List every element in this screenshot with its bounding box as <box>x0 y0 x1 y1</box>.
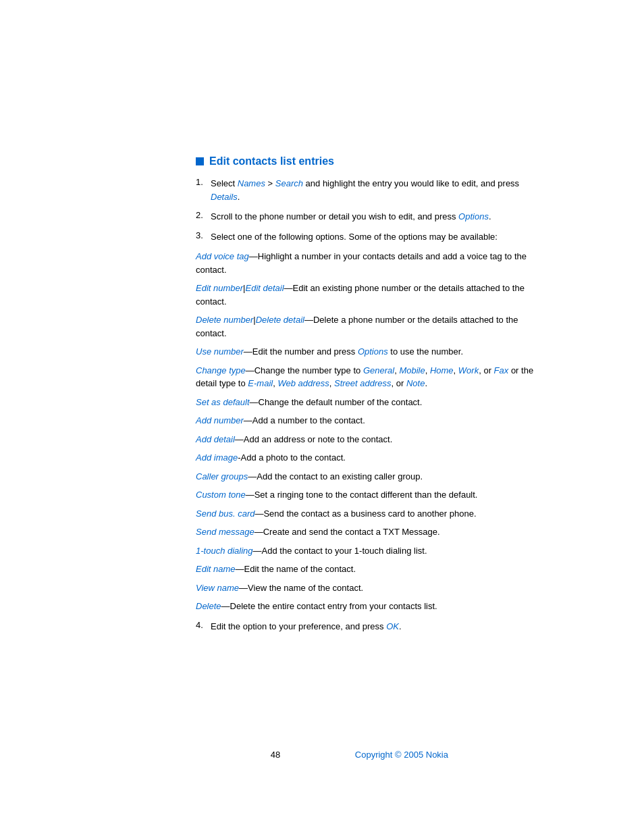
section-icon <box>196 157 204 165</box>
option-add-number: Add number—Add a number to the contact. <box>196 414 547 427</box>
numbered-list-step4: 4. Edit the option to your preference, a… <box>196 620 547 633</box>
option-name-add-number: Add number <box>196 415 244 425</box>
option-name-add-image: Add image <box>196 452 238 463</box>
option-set-as-default: Set as default—Change the default number… <box>196 396 547 409</box>
option-name-send-message: Send message <box>196 527 254 537</box>
options-list: Add voice tag—Highlight a number in your… <box>196 250 547 613</box>
footer: 48 Copyright © 2005 Nokia <box>0 750 644 760</box>
link-options-2: Options <box>458 211 489 221</box>
option-add-detail: Add detail—Add an address or note to the… <box>196 433 547 446</box>
page: Edit contacts list entries 1. Select Nam… <box>0 0 644 834</box>
option-name-delete-detail: Delete detail <box>256 315 304 325</box>
section-heading: Edit contacts list entries <box>196 155 547 167</box>
step-2: 2. Scroll to the phone number or detail … <box>196 210 547 224</box>
step-1-content: Select Names > Search and highlight the … <box>211 177 547 203</box>
option-name-delete: Delete <box>196 601 221 611</box>
option-name-view-name: View name <box>196 583 239 593</box>
step-4-content: Edit the option to your preference, and … <box>211 620 402 633</box>
option-view-name: View name—View the name of the contact. <box>196 581 547 595</box>
step-3: 3. Select one of the following options. … <box>196 230 547 244</box>
section-title: Edit contacts list entries <box>209 155 334 167</box>
option-name-add-detail: Add detail <box>196 434 235 444</box>
option-custom-tone: Custom tone—Set a ringing tone to the co… <box>196 488 547 502</box>
step-3-number: 3. <box>196 230 208 244</box>
option-delete-number: Delete number|Delete detail—Delete a pho… <box>196 313 547 340</box>
link-home: Home <box>430 365 454 375</box>
option-name-caller-groups: Caller groups <box>196 471 248 481</box>
option-name-custom-tone: Custom tone <box>196 490 246 500</box>
link-work: Work <box>458 365 479 375</box>
link-details: Details <box>211 192 238 202</box>
content-area: Edit contacts list entries 1. Select Nam… <box>196 155 547 640</box>
option-name-send-bus-card: Send bus. card <box>196 509 254 519</box>
step-1-number: 1. <box>196 177 208 203</box>
step-3-content: Select one of the following options. Som… <box>211 230 498 244</box>
option-name-delete-number: Delete number <box>196 315 253 325</box>
option-edit-number: Edit number|Edit detail—Edit an existing… <box>196 282 547 308</box>
option-change-type: Change type—Change the number type to Ge… <box>196 364 547 390</box>
link-general: General <box>363 365 394 375</box>
option-name-set-as-default: Set as default <box>196 397 250 407</box>
option-delete: Delete—Delete the entire contact entry f… <box>196 600 547 613</box>
option-1-touch-dialing: 1-touch dialing—Add the contact to your … <box>196 544 547 558</box>
option-edit-name: Edit name—Edit the name of the contact. <box>196 563 547 576</box>
option-send-message: Send message—Create and send the contact… <box>196 525 547 539</box>
option-send-bus-card: Send bus. card—Send the contact as a bus… <box>196 507 547 521</box>
option-name-edit-name: Edit name <box>196 564 236 574</box>
option-caller-groups: Caller groups—Add the contact to an exis… <box>196 470 547 484</box>
link-ok: OK <box>386 621 399 631</box>
step-1: 1. Select Names > Search and highlight t… <box>196 177 547 203</box>
option-name-add-voice-tag: Add voice tag <box>196 251 249 261</box>
link-email: E-mail <box>248 378 273 388</box>
step-2-content: Scroll to the phone number or detail you… <box>211 210 491 224</box>
option-name-edit-detail: Edit detail <box>245 283 284 293</box>
footer-page-number: 48 <box>196 750 355 760</box>
link-names: Names <box>238 178 265 188</box>
link-mobile: Mobile <box>399 365 425 375</box>
option-name-use-number: Use number <box>196 346 244 357</box>
option-name-change-type: Change type <box>196 365 246 375</box>
step-4: 4. Edit the option to your preference, a… <box>196 620 547 633</box>
link-search: Search <box>275 178 303 188</box>
link-options-use: Options <box>358 346 388 357</box>
link-street-address: Street address <box>334 378 392 388</box>
footer-copyright: Copyright © 2005 Nokia <box>355 750 448 760</box>
link-fax: Fax <box>494 365 509 375</box>
option-name-edit-number: Edit number <box>196 283 243 293</box>
link-web-address: Web address <box>277 378 329 388</box>
option-add-voice-tag: Add voice tag—Highlight a number in your… <box>196 250 547 276</box>
link-note: Note <box>406 378 425 388</box>
option-use-number: Use number—Edit the number and press Opt… <box>196 345 547 359</box>
step-4-number: 4. <box>196 620 208 633</box>
numbered-list: 1. Select Names > Search and highlight t… <box>196 177 547 243</box>
option-add-image: Add image-Add a photo to the contact. <box>196 451 547 465</box>
step-2-number: 2. <box>196 210 208 224</box>
option-name-1-touch-dialing: 1-touch dialing <box>196 546 253 556</box>
